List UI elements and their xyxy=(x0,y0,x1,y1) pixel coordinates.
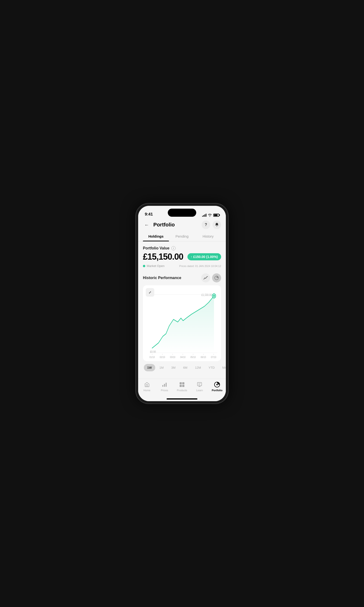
prices-dated: Prices dated: 01 JAN 2024 10:04:12 xyxy=(179,265,221,267)
svg-rect-24 xyxy=(180,382,182,384)
dynamic-island xyxy=(168,209,196,217)
bell-icon xyxy=(215,223,219,227)
help-button[interactable]: ? xyxy=(202,221,210,229)
time-btn-1w[interactable]: 1W xyxy=(144,364,155,371)
performance-chart: £1,500.00 £0.00 xyxy=(146,288,218,361)
time-range-selector: 1W 1M 3M 6M 12M YTD xyxy=(143,361,221,375)
nav-label-home: Home xyxy=(143,389,150,392)
time-btn-ytd[interactable]: YTD xyxy=(205,364,218,371)
home-icon xyxy=(144,382,150,387)
svg-point-35 xyxy=(216,384,218,385)
svg-text:02/10: 02/10 xyxy=(160,356,165,358)
svg-rect-22 xyxy=(164,384,165,387)
tab-history[interactable]: History xyxy=(195,232,221,241)
market-status-label: Market Open xyxy=(147,264,165,268)
change-badge-text: ↑ £150.00 (1.00%) xyxy=(191,255,218,259)
time-btn-12m[interactable]: 12M xyxy=(192,364,204,371)
bottom-nav: Home Prices xyxy=(138,379,226,396)
svg-text:03/10: 03/10 xyxy=(170,356,175,358)
tab-pending[interactable]: Pending xyxy=(169,232,195,241)
svg-text:£1,500.00: £1,500.00 xyxy=(201,293,212,296)
help-icon: ? xyxy=(205,223,207,227)
portfolio-icon xyxy=(214,381,221,388)
line-chart-button[interactable] xyxy=(201,273,210,282)
svg-rect-23 xyxy=(166,383,167,387)
market-status: Market Open xyxy=(143,264,165,268)
prices-icon xyxy=(162,382,167,387)
portfolio-value-label: Portfolio Value xyxy=(143,246,169,251)
phone-screen: 9:41 xyxy=(138,206,226,401)
wifi-icon xyxy=(208,214,212,217)
chart-section: Historic Performance xyxy=(143,273,221,375)
nav-item-prices[interactable]: Prices xyxy=(157,381,171,392)
pie-chart-icon xyxy=(214,276,219,280)
tab-bar: Holdings Pending History xyxy=(138,232,226,241)
svg-text:01/10: 01/10 xyxy=(150,356,155,358)
portfolio-value-section: Portfolio Value i £15,150.00 ↑ £150.00 (… xyxy=(143,246,221,268)
change-badge: ↑ £150.00 (1.00%) xyxy=(187,253,221,260)
portfolio-value-amount: £15,150.00 xyxy=(143,252,183,262)
products-icon xyxy=(179,382,185,388)
nav-label-learn: Learn xyxy=(196,389,203,392)
time-btn-1m[interactable]: 1M xyxy=(156,364,167,371)
page-title: Portfolio xyxy=(153,222,175,228)
expand-icon: ⤢ xyxy=(149,290,151,294)
phone-frame: 9:41 xyxy=(136,203,228,404)
svg-rect-28 xyxy=(197,383,202,386)
time-btn-6m[interactable]: 6M xyxy=(180,364,191,371)
nav-item-home[interactable]: Home xyxy=(140,381,154,392)
home-indicator xyxy=(138,396,226,401)
svg-text:04/10: 04/10 xyxy=(180,356,185,358)
svg-rect-27 xyxy=(182,385,184,387)
status-icons xyxy=(202,213,219,217)
svg-text:05/10: 05/10 xyxy=(191,356,196,358)
nav-label-products: Products xyxy=(177,389,187,392)
main-content: Portfolio Value i £15,150.00 ↑ £150.00 (… xyxy=(138,241,226,379)
svg-point-6 xyxy=(213,295,215,297)
nav-label-prices: Prices xyxy=(161,389,168,392)
svg-rect-26 xyxy=(180,385,182,387)
svg-text:07/10: 07/10 xyxy=(211,356,216,358)
status-time: 9:41 xyxy=(145,212,153,217)
back-button[interactable]: ← xyxy=(143,221,151,229)
nav-label-portfolio: Portfolio xyxy=(212,389,222,392)
nav-item-learn[interactable]: Learn xyxy=(193,381,207,392)
pie-chart-button[interactable] xyxy=(212,273,221,282)
time-btn-max[interactable]: MAX xyxy=(219,364,226,371)
learn-icon xyxy=(197,382,202,387)
info-icon[interactable]: i xyxy=(171,246,176,251)
battery-icon xyxy=(213,214,219,217)
market-open-dot xyxy=(143,265,145,267)
chart-container: ⤢ £1,500.00 £0.00 xyxy=(143,285,221,361)
home-bar xyxy=(167,398,197,399)
chart-title: Historic Performance xyxy=(143,276,181,280)
back-arrow-icon: ← xyxy=(144,222,149,228)
nav-item-portfolio[interactable]: Portfolio xyxy=(210,381,224,392)
header: ← Portfolio ? xyxy=(138,219,226,232)
notification-button[interactable] xyxy=(213,221,221,229)
svg-rect-21 xyxy=(162,385,163,387)
svg-rect-25 xyxy=(182,382,184,384)
nav-item-products[interactable]: Products xyxy=(175,381,189,392)
line-chart-icon xyxy=(203,276,208,280)
tab-holdings[interactable]: Holdings xyxy=(143,232,169,241)
time-btn-3m[interactable]: 3M xyxy=(168,364,179,371)
expand-button[interactable]: ⤢ xyxy=(146,288,154,297)
signal-icon xyxy=(202,213,207,217)
svg-text:06/10: 06/10 xyxy=(201,356,206,358)
